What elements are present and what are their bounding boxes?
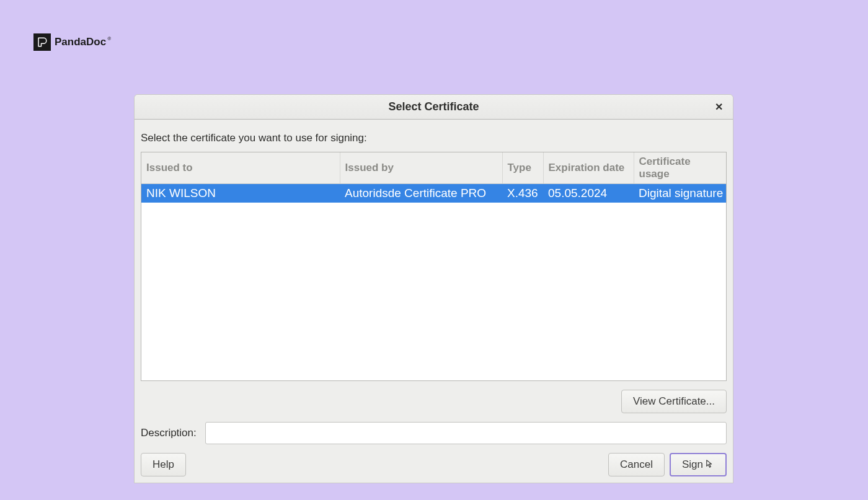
help-button[interactable]: Help	[141, 453, 186, 476]
sign-button[interactable]: Sign	[670, 453, 727, 476]
column-header-issued-by[interactable]: Issued by	[340, 152, 502, 184]
cell-expiration: 05.05.2024	[543, 184, 634, 203]
cell-type: X.436	[502, 184, 543, 203]
certificate-table: Issued to Issued by Type Expiration date…	[141, 152, 726, 203]
action-right-group: Cancel Sign	[608, 453, 727, 476]
action-row: Help Cancel Sign	[141, 453, 727, 476]
column-header-type[interactable]: Type	[502, 152, 543, 184]
table-row[interactable]: NIK WILSON Autoridsde Certificate PRO X.…	[141, 184, 726, 203]
cancel-button[interactable]: Cancel	[608, 453, 665, 476]
pandadoc-icon	[33, 33, 51, 51]
view-certificate-button[interactable]: View Certificate...	[621, 390, 727, 413]
close-icon[interactable]: ✕	[713, 102, 724, 113]
view-certificate-row: View Certificate...	[141, 381, 727, 422]
column-header-issued-to[interactable]: Issued to	[141, 152, 340, 184]
column-header-expiration[interactable]: Expiration date	[543, 152, 634, 184]
table-header-row: Issued to Issued by Type Expiration date…	[141, 152, 726, 184]
dialog-instruction: Select the certificate you want to use f…	[141, 127, 727, 152]
cell-usage: Digital signature	[634, 184, 726, 203]
brand-name: PandaDoc	[55, 36, 106, 48]
dialog-titlebar: Select Certificate ✕	[135, 95, 733, 120]
cursor-icon	[706, 458, 714, 471]
description-label: Description:	[141, 427, 197, 439]
trademark-symbol: ®	[107, 36, 111, 42]
column-header-usage[interactable]: Certificate usage	[634, 152, 726, 184]
brand-logo: PandaDoc ®	[33, 33, 113, 51]
description-input[interactable]	[205, 422, 727, 444]
sign-button-label: Sign	[682, 458, 703, 471]
dialog-title: Select Certificate	[388, 100, 479, 113]
dialog-body: Select the certificate you want to use f…	[135, 120, 733, 483]
cell-issued-to: NIK WILSON	[141, 184, 340, 203]
cell-issued-by: Autoridsde Certificate PRO	[340, 184, 502, 203]
description-row: Description:	[141, 422, 727, 453]
select-certificate-dialog: Select Certificate ✕ Select the certific…	[134, 94, 733, 483]
certificate-table-container: Issued to Issued by Type Expiration date…	[141, 152, 727, 381]
